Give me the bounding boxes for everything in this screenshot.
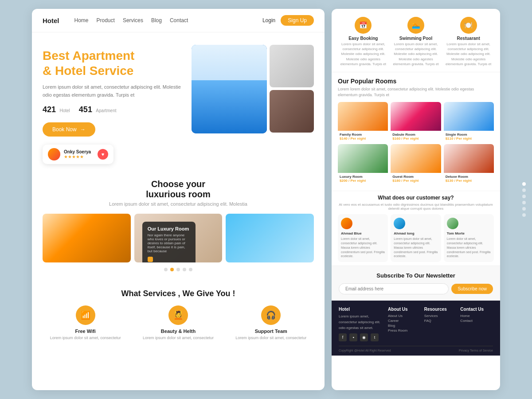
pop-room-info-6: Deluxe Room $130 / Per night (444, 173, 494, 184)
dot-1[interactable] (164, 268, 168, 271)
instagram-icon[interactable]: ◉ (360, 333, 368, 341)
hero-content: Best Apartment & Hotel Service Lorem ips… (43, 45, 184, 164)
popular-section: Our Popular Rooms Lorem lorem dolor sit … (332, 72, 500, 191)
overlay-card: Our Luxury Room Nor again there anyone w… (142, 222, 196, 262)
support-icon: 🎧 (261, 305, 281, 325)
nav-contact[interactable]: Contact (170, 17, 188, 23)
pop-room-info-2: Dabule Room $160 / Per night (391, 131, 441, 141)
rooms-grid: Our Luxury Room Nor again there anyone w… (43, 214, 314, 262)
pop-room-6[interactable]: Deluxe Room $130 / Per night (444, 144, 494, 184)
dot-2[interactable] (170, 268, 174, 271)
newsletter-input[interactable] (339, 283, 449, 294)
testimonials-grid: Ahmad Blue Lorem dolor sit amet, consect… (338, 214, 494, 262)
nav-blog[interactable]: Blog (151, 17, 162, 23)
nav-product[interactable]: Product (97, 17, 115, 23)
hero-images (192, 45, 314, 133)
review-details: Onky Soerya ★★★★★ (64, 149, 91, 159)
pop-room-5[interactable]: Guest Room $180 / Per night (391, 144, 441, 184)
nav-home[interactable]: Home (74, 17, 89, 23)
testimonials-title: What does our customer say? (338, 195, 494, 201)
hero-stats: 421 Hotel 451 Apartment (43, 105, 184, 114)
pop-room-2[interactable]: Dabule Room $160 / Per night (391, 102, 441, 141)
service-wifi: 📶 Free Wifi Lorem ipsum dolor sit amet, … (43, 305, 128, 340)
dot-3[interactable] (176, 268, 180, 271)
room-card-3 (226, 214, 314, 262)
overlay-text: Nor again there anyone who loves or purs… (148, 233, 190, 253)
pop-room-3[interactable]: Single Room $110 / Per night (444, 102, 494, 141)
side-dot-3[interactable] (522, 195, 526, 198)
room-image-1 (43, 214, 131, 262)
footer-col-1: Hotel Lorem ipsum amet, consectetur adip… (339, 307, 384, 341)
rooms-section-title: Choose your luxurious room (43, 179, 314, 200)
nav-login[interactable]: Login (262, 17, 275, 23)
pop-room-image-3 (444, 102, 494, 131)
review-card: Onky Soerya ★★★★★ ♥ (43, 145, 113, 164)
testimonial-3: Tom Morte Lorem dolor sit amet, consecte… (444, 214, 494, 262)
footer-col-2: About Us About Us Career Blog Press Room (388, 307, 421, 341)
pool-icon: 🏊 (407, 17, 424, 34)
service-support: 🎧 Support Team Lorem ipsum dolor sit ame… (228, 305, 314, 340)
pool-visual (192, 80, 267, 133)
side-image-1 (270, 45, 314, 87)
room-image-3 (226, 214, 314, 262)
hero-title: Best Apartment & Hotel Service (43, 48, 184, 78)
side-dot-5[interactable] (522, 207, 526, 211)
beauty-icon: 💆 (168, 305, 188, 325)
restaurant-icon: 🍽️ (460, 17, 477, 34)
room-card-2: Our Luxury Room Nor again there anyone w… (134, 214, 223, 262)
feature-pool: 🏊 Swimming Pool Lorem ipsum dolor sit am… (390, 17, 442, 66)
facebook-icon[interactable]: f (339, 333, 347, 341)
review-stars: ★★★★★ (64, 154, 91, 159)
features-row: 📅 Easy Booking Lorem ipsum dolor sit ame… (332, 9, 500, 72)
testimonials-section: What does our customer say? At vero eos … (332, 191, 500, 266)
arrow-icon: → (80, 126, 86, 133)
testimonial-avatar-3 (447, 218, 458, 229)
testimonials-desc: At vero eos et accusamus et iusto odio d… (338, 203, 494, 211)
rooms-section-subtitle: Lorem ipsum dolor sit amet, consectetur … (43, 201, 314, 207)
service-beauty: 💆 Beauty & Helth Lorem ipsum dolor sit a… (135, 305, 221, 340)
book-now-button[interactable]: Book Now → (43, 122, 95, 137)
pop-room-image-2 (391, 102, 441, 131)
signup-button[interactable]: Sign Up (281, 15, 314, 26)
popular-title: Our Popular Rooms (338, 78, 494, 85)
navbar: Hotel Home Product Services Blog Contact… (32, 9, 325, 32)
popular-desc: Lorem lorem dolor sit amet, consectetur … (338, 86, 494, 98)
footer-col-3: Resources Services FAQ (424, 307, 457, 341)
side-dot-4[interactable] (522, 201, 526, 204)
newsletter-section: Subscribe To Our Newsletter Subscribe no… (332, 266, 500, 301)
reviewer-avatar (48, 148, 60, 160)
pop-room-info-1: Family Room $140 / Per night (338, 131, 388, 141)
pop-room-info-4: Luxury Room $200 / Per night (338, 173, 388, 184)
nav-logo: Hotel (43, 17, 59, 24)
side-dot-2[interactable] (522, 188, 526, 192)
footer: Hotel Lorem ipsum amet, consectetur adip… (332, 301, 500, 355)
dot-4[interactable] (183, 268, 186, 271)
pop-room-image-6 (444, 144, 494, 173)
pop-room-1[interactable]: Family Room $140 / Per night (338, 102, 388, 141)
room-card-1 (43, 214, 131, 262)
side-dot-6[interactable] (522, 213, 526, 217)
social-icon-2[interactable]: ▪ (349, 333, 357, 341)
hero-main-image (192, 45, 267, 133)
popular-rooms-grid: Family Room $140 / Per night Dabule Room… (338, 102, 494, 184)
wifi-icon: 📶 (76, 305, 95, 325)
testimonial-1: Ahmad Blue Lorem dolor sit amet, consect… (338, 214, 388, 262)
newsletter-button[interactable]: Subscribe now (451, 284, 493, 294)
services-section: What Services , We Give You ! 📶 Free Wif… (32, 281, 325, 345)
pop-room-info-5: Guest Room $180 / Per night (391, 173, 441, 184)
pop-room-4[interactable]: Luxury Room $200 / Per night (338, 144, 388, 184)
twitter-icon[interactable]: t (371, 333, 379, 341)
hero-section: Best Apartment & Hotel Service Lorem ips… (32, 32, 325, 171)
stat-apartment: 451 Apartment (79, 105, 117, 114)
side-image-2 (270, 90, 314, 133)
hero-side-images (270, 45, 314, 133)
pop-room-image-5 (391, 144, 441, 173)
side-dot-1[interactable] (522, 182, 526, 186)
footer-socials: f ▪ ◉ t (339, 333, 384, 341)
nav-services[interactable]: Services (123, 17, 143, 23)
side-nav-dots (522, 182, 526, 217)
footer-grid: Hotel Lorem ipsum amet, consectetur adip… (339, 307, 493, 341)
left-panel: Hotel Home Product Services Blog Contact… (32, 9, 325, 390)
dot-5[interactable] (189, 268, 192, 271)
testimonial-2: Ahmad Iong Lorem ipsum dolor sit amet, c… (391, 214, 441, 262)
